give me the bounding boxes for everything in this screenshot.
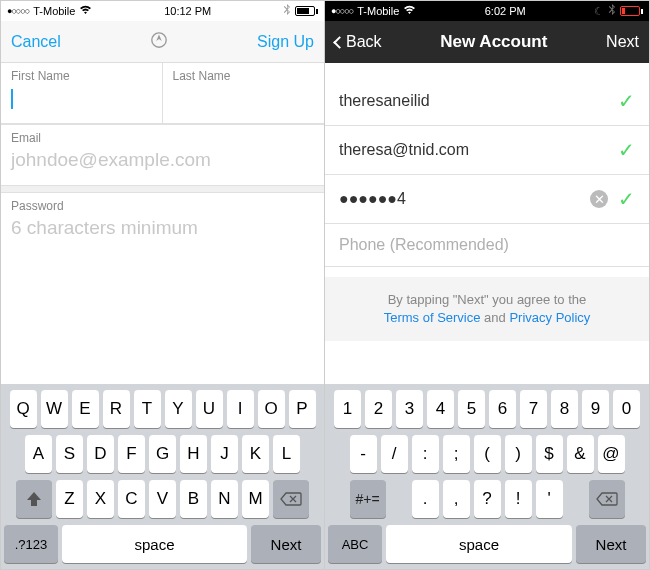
key-s[interactable]: S — [56, 435, 83, 473]
symbols-key[interactable]: #+= — [350, 480, 386, 518]
cancel-button[interactable]: Cancel — [11, 33, 61, 51]
signal-dots-icon: ●○○○○ — [7, 6, 29, 16]
form-content: First Name Last Name Email johndoe@examp… — [1, 63, 324, 384]
key-5[interactable]: 5 — [458, 390, 485, 428]
key-$[interactable]: $ — [536, 435, 563, 473]
clear-icon[interactable]: ✕ — [590, 190, 608, 208]
email-field[interactable]: theresa@tnid.com ✓ — [325, 126, 649, 175]
divider — [1, 185, 324, 193]
key-,[interactable]: , — [443, 480, 470, 518]
first-name-label: First Name — [11, 69, 152, 83]
key-h[interactable]: H — [180, 435, 207, 473]
key-&[interactable]: & — [567, 435, 594, 473]
key-g[interactable]: G — [149, 435, 176, 473]
key-w[interactable]: W — [41, 390, 68, 428]
key-;[interactable]: ; — [443, 435, 470, 473]
email-field[interactable]: Email johndoe@example.com — [1, 124, 324, 185]
key-([interactable]: ( — [474, 435, 501, 473]
key-8[interactable]: 8 — [551, 390, 578, 428]
key-?[interactable]: ? — [474, 480, 501, 518]
signup-button[interactable]: Sign Up — [257, 33, 314, 51]
email-label: Email — [11, 131, 314, 145]
check-icon: ✓ — [618, 89, 635, 113]
key-'[interactable]: ' — [536, 480, 563, 518]
key-![interactable]: ! — [505, 480, 532, 518]
email-value: theresa@tnid.com — [339, 141, 618, 159]
key-j[interactable]: J — [211, 435, 238, 473]
status-bar: ●○○○○ T-Mobile 6:02 PM ☾ — [325, 1, 649, 21]
key-n[interactable]: N — [211, 480, 238, 518]
key-q[interactable]: Q — [10, 390, 37, 428]
delete-key[interactable] — [273, 480, 309, 518]
key-m[interactable]: M — [242, 480, 269, 518]
key-p[interactable]: P — [289, 390, 316, 428]
key-.[interactable]: . — [412, 480, 439, 518]
phone-field[interactable]: Phone (Recommended) — [325, 224, 649, 267]
password-value: ●●●●●●4 — [339, 190, 590, 208]
signal-dots-icon: ●○○○○ — [331, 6, 353, 16]
mode-key[interactable]: ABC — [328, 525, 382, 563]
last-name-label: Last Name — [173, 69, 315, 83]
key-v[interactable]: V — [149, 480, 176, 518]
bluetooth-icon — [608, 4, 616, 18]
space-key[interactable]: space — [62, 525, 247, 563]
key-z[interactable]: Z — [56, 480, 83, 518]
key-0[interactable]: 0 — [613, 390, 640, 428]
clock: 6:02 PM — [485, 5, 526, 17]
key-y[interactable]: Y — [165, 390, 192, 428]
key-a[interactable]: A — [25, 435, 52, 473]
key-e[interactable]: E — [72, 390, 99, 428]
privacy-link[interactable]: Privacy Policy — [509, 310, 590, 325]
status-bar: ●○○○○ T-Mobile 10:12 PM — [1, 1, 324, 21]
key-i[interactable]: I — [227, 390, 254, 428]
bluetooth-icon — [283, 4, 291, 18]
password-field[interactable]: Password 6 characters minimum — [1, 193, 324, 253]
key-@[interactable]: @ — [598, 435, 625, 473]
mode-key[interactable]: .?123 — [4, 525, 58, 563]
key-7[interactable]: 7 — [520, 390, 547, 428]
key-b[interactable]: B — [180, 480, 207, 518]
text-cursor — [11, 89, 13, 109]
key-:[interactable]: : — [412, 435, 439, 473]
key-9[interactable]: 9 — [582, 390, 609, 428]
key-x[interactable]: X — [87, 480, 114, 518]
first-name-field[interactable]: First Name — [1, 63, 163, 123]
key-d[interactable]: D — [87, 435, 114, 473]
key-2[interactable]: 2 — [365, 390, 392, 428]
space-key[interactable]: space — [386, 525, 572, 563]
email-placeholder: johndoe@example.com — [11, 149, 314, 171]
next-key[interactable]: Next — [576, 525, 646, 563]
key-l[interactable]: L — [273, 435, 300, 473]
shift-key[interactable] — [16, 480, 52, 518]
battery-icon — [620, 6, 643, 16]
key-6[interactable]: 6 — [489, 390, 516, 428]
key-k[interactable]: K — [242, 435, 269, 473]
wifi-icon — [79, 5, 92, 17]
moon-icon: ☾ — [594, 5, 604, 18]
carrier-label: T-Mobile — [357, 5, 399, 17]
next-button[interactable]: Next — [606, 33, 639, 51]
key-u[interactable]: U — [196, 390, 223, 428]
last-name-field[interactable]: Last Name — [163, 63, 325, 123]
nav-title: New Account — [440, 32, 547, 52]
key-4[interactable]: 4 — [427, 390, 454, 428]
keyboard-numeric: 1234567890 -/:;()$&@ #+= .,?!' ABC space… — [325, 384, 649, 569]
key-t[interactable]: T — [134, 390, 161, 428]
tos-link[interactable]: Terms of Service — [384, 310, 481, 325]
delete-key[interactable] — [589, 480, 625, 518]
password-field[interactable]: ●●●●●●4 ✕ ✓ — [325, 175, 649, 224]
key-3[interactable]: 3 — [396, 390, 423, 428]
key-r[interactable]: R — [103, 390, 130, 428]
key-/[interactable]: / — [381, 435, 408, 473]
next-key[interactable]: Next — [251, 525, 321, 563]
key-f[interactable]: F — [118, 435, 145, 473]
key-1[interactable]: 1 — [334, 390, 361, 428]
back-button[interactable]: Back — [335, 33, 382, 51]
key-c[interactable]: C — [118, 480, 145, 518]
form-content: theresaneilid ✓ theresa@tnid.com ✓ ●●●●●… — [325, 63, 649, 384]
key-)[interactable]: ) — [505, 435, 532, 473]
key--[interactable]: - — [350, 435, 377, 473]
key-o[interactable]: O — [258, 390, 285, 428]
username-field[interactable]: theresaneilid ✓ — [325, 77, 649, 126]
compass-icon — [150, 31, 168, 53]
